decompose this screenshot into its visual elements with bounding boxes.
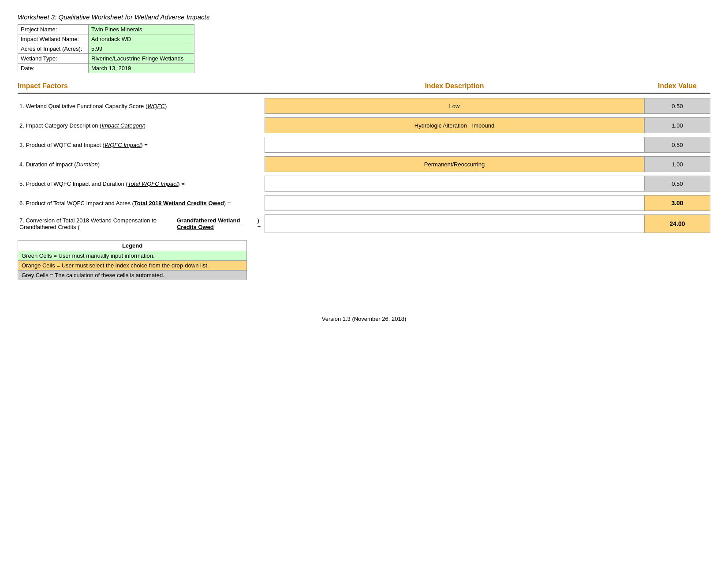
val-6: 3.00 bbox=[644, 195, 710, 211]
desc-7 bbox=[265, 214, 644, 233]
index-description-header: Index Description bbox=[425, 82, 484, 90]
wetland-type-value: Riverine/Lacustrine Fringe Wetlands bbox=[89, 54, 194, 64]
info-row-type: Wetland Type: Riverine/Lacustrine Fringe… bbox=[18, 54, 194, 64]
val-5: 0.50 bbox=[644, 176, 710, 192]
legend-section: Legend Green Cells = User must manually … bbox=[18, 240, 710, 280]
desc-4[interactable]: Permanent/Reoccurring bbox=[265, 156, 644, 172]
wetland-name-label: Impact Wetland Name: bbox=[18, 34, 89, 44]
info-row-project: Project Name: Twin Pines Minerals bbox=[18, 25, 194, 34]
legend-table: Legend Green Cells = User must manually … bbox=[18, 240, 247, 280]
desc-2[interactable]: Hydrologic Alteration - Impound bbox=[265, 117, 644, 133]
index-value-header: Index Value bbox=[658, 82, 697, 90]
val-7: 24.00 bbox=[644, 214, 710, 233]
val-1: 0.50 bbox=[644, 98, 710, 114]
val-3: 0.50 bbox=[644, 137, 710, 153]
val-4: 1.00 bbox=[644, 156, 710, 172]
info-row-wetland: Impact Wetland Name: Adirondack WD bbox=[18, 34, 194, 44]
row-2: 2. Impact Category Description (Impact C… bbox=[18, 117, 710, 133]
footer-version: Version 1.3 (November 26, 2018) bbox=[18, 316, 710, 322]
row-5: 5. Product of WQFC Impact and Duration (… bbox=[18, 176, 710, 192]
legend-title: Legend bbox=[18, 241, 247, 251]
impact-factors-header: Impact Factors bbox=[18, 82, 68, 90]
factor-3: 3. Product of WQFC and Impact (WQFC Impa… bbox=[18, 137, 265, 153]
legend-title-row: Legend bbox=[18, 241, 247, 251]
info-row-acres: Acres of Impact (Acres): 5.99 bbox=[18, 44, 194, 54]
desc-1[interactable]: Low bbox=[265, 98, 644, 114]
wetland-type-label: Wetland Type: bbox=[18, 54, 89, 64]
row-4: 4. Duration of Impact (Duration) Permane… bbox=[18, 156, 710, 172]
legend-green-text: Green Cells = User must manually input i… bbox=[18, 251, 247, 261]
legend-row-orange: Orange Cells = User must select the inde… bbox=[18, 261, 247, 271]
worksheet-title: Worksheet 3: Qualitative Worksheet for W… bbox=[18, 13, 710, 21]
desc-6 bbox=[265, 195, 644, 211]
val-2: 1.00 bbox=[644, 117, 710, 133]
wetland-name-value: Adirondack WD bbox=[89, 34, 194, 44]
acres-value: 5.99 bbox=[89, 44, 194, 54]
factor-2: 2. Impact Category Description (Impact C… bbox=[18, 117, 265, 133]
desc-3 bbox=[265, 137, 644, 153]
legend-grey-text: Grey Cells = The calculation of these ce… bbox=[18, 271, 247, 280]
column-headers: Impact Factors Index Description Index V… bbox=[18, 82, 710, 94]
project-name-label: Project Name: bbox=[18, 25, 89, 34]
factor-6: 6. Product of Total WQFC Impact and Acre… bbox=[18, 195, 265, 211]
info-row-date: Date: March 13, 2019 bbox=[18, 64, 194, 73]
row-7: 7. Conversion of Total 2018 Wetland Comp… bbox=[18, 214, 710, 233]
row-3: 3. Product of WQFC and Impact (WQFC Impa… bbox=[18, 137, 710, 153]
factor-7: 7. Conversion of Total 2018 Wetland Comp… bbox=[18, 214, 265, 233]
info-table: Project Name: Twin Pines Minerals Impact… bbox=[18, 24, 194, 73]
legend-orange-text: Orange Cells = User must select the inde… bbox=[18, 261, 247, 271]
date-value: March 13, 2019 bbox=[89, 64, 194, 73]
legend-row-green: Green Cells = User must manually input i… bbox=[18, 251, 247, 261]
acres-label: Acres of Impact (Acres): bbox=[18, 44, 89, 54]
row-6: 6. Product of Total WQFC Impact and Acre… bbox=[18, 195, 710, 211]
row-1: 1. Wetland Qualitative Functional Capaci… bbox=[18, 98, 710, 114]
project-name-value: Twin Pines Minerals bbox=[89, 25, 194, 34]
legend-row-grey: Grey Cells = The calculation of these ce… bbox=[18, 271, 247, 280]
factor-4: 4. Duration of Impact (Duration) bbox=[18, 156, 265, 172]
factor-1: 1. Wetland Qualitative Functional Capaci… bbox=[18, 98, 265, 114]
factor-5: 5. Product of WQFC Impact and Duration (… bbox=[18, 176, 265, 192]
desc-5 bbox=[265, 176, 644, 192]
date-label: Date: bbox=[18, 64, 89, 73]
